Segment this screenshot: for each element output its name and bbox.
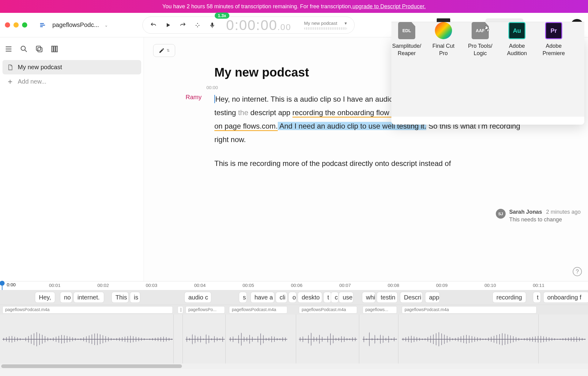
search-icon[interactable] — [20, 45, 28, 55]
ai-effects-button[interactable] — [194, 22, 201, 28]
word-pill[interactable]: app — [425, 292, 440, 303]
layers-icon[interactable] — [50, 45, 59, 55]
project-chevron-icon[interactable]: ⌄ — [104, 23, 108, 28]
sidebar-item-podcast[interactable]: My new podcast — [2, 60, 141, 74]
segment-divider — [398, 314, 398, 363]
upgrade-link[interactable]: upgrade to Descript Producer. — [352, 3, 426, 10]
play-button[interactable] — [165, 22, 172, 28]
waveform-segment[interactable] — [363, 339, 397, 340]
waveform-segment[interactable] — [2, 339, 173, 340]
word-pill[interactable]: c — [331, 292, 339, 303]
audio-clip[interactable]: pageflowsPodcast.m4a — [402, 306, 537, 314]
pencil-icon — [159, 47, 165, 54]
word-pill[interactable]: whi — [362, 292, 375, 303]
word-track[interactable]: Hey,nointernet.Thisisaudio cshave acliod… — [0, 290, 588, 305]
ruler-tick: 00:04 — [194, 283, 206, 288]
composition-dropdown[interactable]: My new podcast▾ — [304, 21, 347, 30]
maximize-window-icon[interactable] — [22, 22, 27, 28]
upgrade-banner: You have 2 hours 58 minutes of transcrip… — [0, 0, 588, 13]
ruler-tick: 00:07 — [339, 283, 351, 288]
waveform-segment[interactable] — [186, 339, 225, 340]
word-pill[interactable]: internet. — [74, 292, 104, 303]
export-protools[interactable]: AAF Pro Tools/ Logic — [465, 22, 496, 117]
export-premiere[interactable]: Pr Adobe Premiere — [538, 22, 569, 117]
close-window-icon[interactable] — [5, 22, 10, 28]
word-pill[interactable]: Descri — [400, 292, 423, 303]
export-label: Adobe Audition — [507, 42, 527, 57]
composition-name: My new podcast — [304, 21, 337, 26]
word-pill[interactable]: audio c — [184, 292, 211, 303]
svg-point-5 — [199, 25, 200, 26]
word-pill[interactable]: onboarding f — [543, 292, 588, 303]
ruler-tick: 00:08 — [388, 283, 399, 288]
word-pill[interactable]: Hey, — [35, 292, 55, 303]
playhead[interactable]: 0:00 — [2, 281, 2, 290]
menu-icon[interactable] — [4, 45, 13, 55]
word-pill[interactable]: have a — [251, 292, 274, 303]
export-label: Pro Tools/ Logic — [468, 42, 492, 57]
word-pill[interactable]: deskto — [298, 292, 322, 303]
word-pill[interactable]: t — [323, 292, 331, 303]
audio-clip[interactable]: pageflowsPo... — [186, 306, 225, 314]
word-pill[interactable]: cli — [276, 292, 287, 303]
word-pill[interactable]: use — [339, 292, 353, 303]
audio-clip[interactable]: pageflowsPodcast.m4a — [299, 306, 357, 314]
word-pill[interactable]: testin — [377, 292, 398, 303]
ruler-tick: 00:06 — [291, 283, 303, 288]
export-finalcut[interactable]: Final Cut Pro — [428, 22, 459, 117]
svg-rect-2 — [40, 26, 43, 27]
playback-speed-badge[interactable]: 1.3x — [215, 13, 229, 19]
project-name[interactable]: pageflowsPodc... — [52, 21, 99, 28]
horizontal-scrollbar[interactable] — [0, 363, 588, 369]
waveform-track[interactable] — [0, 314, 588, 363]
add-new-label: Add new... — [18, 78, 46, 85]
waveform-segment[interactable] — [229, 339, 287, 340]
help-button[interactable]: ? — [573, 267, 582, 276]
audio-clip[interactable]: | — [178, 306, 183, 314]
audio-clip[interactable]: pageflowsPodcast.m4a — [229, 306, 287, 314]
time-ruler[interactable]: 0:00 00:0100:0200:0300:0400:0500:0600:07… — [0, 281, 588, 290]
audio-clip[interactable]: pageflows... — [363, 306, 397, 314]
waveform-segment[interactable] — [299, 339, 357, 340]
clip-track[interactable]: pageflowsPodcast.m4a|pageflowsPo...pagef… — [0, 305, 588, 314]
export-audition[interactable]: Au Adobe Audition — [502, 22, 532, 117]
premiere-icon: Pr — [545, 22, 562, 39]
comment-avatar: SJ — [496, 209, 506, 219]
scrollbar-thumb[interactable] — [1, 364, 182, 368]
word-pill[interactable]: t — [533, 292, 541, 303]
export-popover: FILE EXPORT T Text ❞ Subtitles/ Captions… — [391, 37, 584, 125]
export-samplitude[interactable]: EDL Samplitude/ Reaper — [391, 22, 422, 117]
word-pill[interactable]: o — [288, 292, 296, 303]
ruler-tick: 00:11 — [533, 283, 545, 288]
audio-clip[interactable]: pageflowsPodcast.m4a — [2, 306, 173, 314]
minimize-window-icon[interactable] — [13, 22, 19, 28]
speaker-label[interactable]: Ramy — [186, 94, 202, 101]
svg-rect-11 — [36, 46, 41, 51]
comment-card[interactable]: SJ Sarah Jonas 2 minutes ago This needs … — [496, 209, 581, 223]
word-pill[interactable]: is — [130, 292, 140, 303]
word-pill[interactable]: This — [111, 292, 129, 303]
redo-button[interactable] — [179, 22, 186, 28]
playhead-time: 0:00 — [7, 282, 16, 287]
svg-rect-7 — [212, 22, 213, 26]
edl-icon: EDL — [398, 22, 415, 39]
edit-mode-dropdown[interactable]: ⇅ — [153, 44, 175, 57]
add-new-button[interactable]: Add new... — [2, 74, 141, 89]
export-label: Adobe Premiere — [542, 42, 565, 57]
waveform-segment[interactable] — [402, 339, 586, 340]
paragraph-2: This is me recording more of the podcast… — [214, 157, 527, 170]
document-icon — [7, 64, 13, 71]
undo-button[interactable] — [150, 22, 157, 28]
copy-icon[interactable] — [35, 45, 43, 55]
transport-controls: 1.3x 0:00:00.00 My new podcast▾ — [142, 17, 355, 34]
record-mic-button[interactable] — [209, 22, 216, 28]
word-pill[interactable]: s — [239, 292, 247, 303]
chevron-updown-icon: ⇅ — [167, 48, 170, 53]
word-pill[interactable]: no — [60, 292, 72, 303]
ruler-tick: 00:03 — [146, 283, 157, 288]
word-pill[interactable]: recording — [492, 292, 526, 303]
chevron-down-icon: ▾ — [345, 21, 347, 26]
svg-point-3 — [197, 23, 198, 24]
transcript-text[interactable]: This is me recording more of the podcast… — [214, 159, 451, 167]
app-logo-icon — [38, 21, 47, 29]
